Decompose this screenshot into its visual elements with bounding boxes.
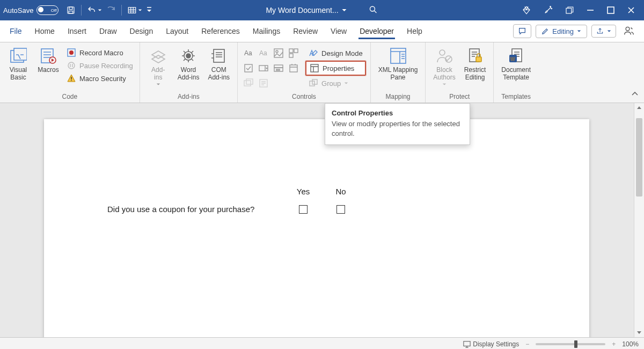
legacy-tools-icon[interactable] bbox=[257, 77, 270, 90]
tab-view[interactable]: View bbox=[324, 24, 353, 39]
tooltip-control-properties: Control Properties View or modify proper… bbox=[325, 103, 470, 145]
restore-down-icon[interactable] bbox=[565, 5, 574, 15]
tab-home[interactable]: Home bbox=[28, 24, 61, 39]
pause-icon bbox=[67, 61, 76, 70]
comments-button[interactable] bbox=[513, 24, 531, 38]
svg-rect-4 bbox=[147, 7, 151, 8]
group-label-addins: Add-ins bbox=[144, 92, 233, 103]
maximize-icon[interactable] bbox=[606, 6, 615, 14]
ribbon: Visual Basic Macros Record Macro bbox=[0, 42, 644, 103]
question-text: Did you use a coupon for your purchase? bbox=[107, 205, 279, 214]
document-area: Yes No Did you use a coupon for your pur… bbox=[0, 103, 644, 337]
document-page[interactable]: Yes No Did you use a coupon for your pur… bbox=[44, 119, 589, 337]
autosave-toggle[interactable]: AutoSave Off bbox=[3, 5, 58, 15]
svg-rect-27 bbox=[289, 49, 293, 53]
table-icon[interactable] bbox=[127, 5, 142, 15]
svg-rect-28 bbox=[294, 49, 298, 53]
brush-icon[interactable] bbox=[543, 5, 553, 15]
scroll-down-icon[interactable] bbox=[634, 328, 644, 337]
controls-gallery[interactable]: Aa Aa bbox=[242, 45, 300, 90]
dropdown-control-icon[interactable] bbox=[272, 62, 285, 75]
combobox-control-icon[interactable] bbox=[257, 62, 270, 75]
zoom-in-icon[interactable]: + bbox=[612, 340, 616, 348]
com-addins-button[interactable]: COM Add-ins bbox=[204, 45, 233, 81]
svg-rect-36 bbox=[246, 79, 253, 84]
collapse-ribbon-icon[interactable] bbox=[631, 90, 639, 99]
scrollbar-thumb[interactable] bbox=[636, 118, 642, 197]
datepicker-control-icon[interactable] bbox=[287, 62, 300, 75]
macro-security-button[interactable]: Macro Security bbox=[64, 72, 135, 84]
display-settings-button[interactable]: Display Settings bbox=[463, 340, 519, 348]
repeating-control-icon[interactable] bbox=[242, 77, 255, 90]
tab-mailings[interactable]: Mailings bbox=[246, 24, 287, 39]
restrict-editing-button[interactable]: Restrict Editing bbox=[461, 45, 489, 81]
scroll-up-icon[interactable] bbox=[634, 103, 644, 113]
svg-rect-19 bbox=[71, 80, 71, 81]
account-icon[interactable] bbox=[620, 23, 638, 40]
title-bar: AutoSave Off My Word Document... bbox=[0, 0, 644, 20]
visual-basic-button[interactable]: Visual Basic bbox=[4, 45, 32, 81]
editing-mode-button[interactable]: Editing bbox=[536, 25, 587, 38]
svg-point-42 bbox=[440, 50, 445, 55]
minimize-icon[interactable] bbox=[586, 6, 595, 14]
svg-rect-32 bbox=[274, 65, 283, 68]
vertical-scrollbar[interactable] bbox=[634, 103, 644, 337]
tab-help[interactable]: Help bbox=[400, 24, 429, 39]
checkbox-no[interactable] bbox=[336, 205, 345, 214]
tab-insert[interactable]: Insert bbox=[61, 24, 93, 39]
status-bar: Display Settings − + 100% bbox=[0, 337, 644, 349]
svg-rect-38 bbox=[311, 64, 318, 72]
zoom-level[interactable]: 100% bbox=[622, 340, 639, 348]
undo-icon[interactable] bbox=[87, 5, 102, 15]
tab-developer[interactable]: Developer bbox=[353, 24, 400, 39]
svg-rect-45 bbox=[476, 57, 481, 62]
tab-draw[interactable]: Draw bbox=[93, 24, 123, 39]
diamond-icon[interactable] bbox=[522, 5, 531, 15]
search-icon[interactable] bbox=[369, 5, 378, 16]
close-icon[interactable] bbox=[627, 6, 635, 14]
group-protect: Block Authors Restrict Editing Protect bbox=[426, 42, 494, 103]
svg-rect-8 bbox=[566, 8, 572, 13]
share-button[interactable] bbox=[591, 25, 616, 38]
design-mode-icon bbox=[309, 48, 318, 58]
tab-review[interactable]: Review bbox=[287, 24, 324, 39]
document-title[interactable]: My Word Document... bbox=[266, 6, 347, 14]
qat-customize-icon[interactable] bbox=[147, 6, 152, 14]
design-mode-button[interactable]: Design Mode bbox=[305, 47, 366, 60]
tab-file[interactable]: File bbox=[3, 24, 28, 39]
group-mapping: XML Mapping Pane Mapping bbox=[371, 42, 426, 103]
addins-button[interactable]: Add- ins bbox=[144, 45, 172, 86]
zoom-out-icon[interactable]: − bbox=[525, 340, 529, 348]
tab-layout[interactable]: Layout bbox=[159, 24, 195, 39]
word-addins-icon bbox=[179, 47, 197, 65]
word-addins-button[interactable]: Word Add-ins bbox=[174, 45, 203, 81]
chevron-down-icon bbox=[442, 82, 447, 86]
tab-references[interactable]: References bbox=[195, 24, 246, 39]
com-addins-icon bbox=[210, 47, 228, 65]
autosave-label: AutoSave bbox=[3, 6, 33, 14]
checkbox-yes[interactable] bbox=[299, 205, 308, 214]
pause-recording-button: Pause Recording bbox=[64, 60, 135, 71]
tab-design[interactable]: Design bbox=[123, 24, 160, 39]
document-template-button[interactable]: W Document Template bbox=[498, 45, 534, 81]
block-authors-button[interactable]: Block Authors bbox=[430, 45, 458, 86]
properties-button[interactable]: Properties bbox=[305, 61, 366, 76]
save-icon[interactable] bbox=[66, 5, 76, 15]
richtext-control-icon[interactable]: Aa bbox=[242, 47, 255, 60]
group-templates: W Document Template Templates bbox=[494, 42, 538, 103]
svg-rect-3 bbox=[129, 8, 136, 13]
page-content: Yes No Did you use a coupon for your pur… bbox=[107, 187, 354, 214]
svg-point-6 bbox=[550, 6, 551, 8]
checkbox-control-icon[interactable] bbox=[242, 62, 255, 75]
picture-control-icon[interactable] bbox=[272, 47, 285, 60]
toggle-off-icon: Off bbox=[36, 5, 58, 15]
record-macro-button[interactable]: Record Macro bbox=[64, 47, 135, 59]
svg-point-10 bbox=[626, 27, 630, 31]
plaintext-control-icon[interactable]: Aa bbox=[257, 47, 270, 60]
buildingblock-control-icon[interactable] bbox=[287, 47, 300, 60]
macros-button[interactable]: Macros bbox=[34, 45, 62, 74]
svg-rect-30 bbox=[245, 64, 252, 72]
zoom-slider[interactable] bbox=[536, 343, 605, 345]
xml-mapping-pane-button[interactable]: XML Mapping Pane bbox=[375, 45, 421, 81]
redo-icon[interactable] bbox=[106, 5, 116, 15]
